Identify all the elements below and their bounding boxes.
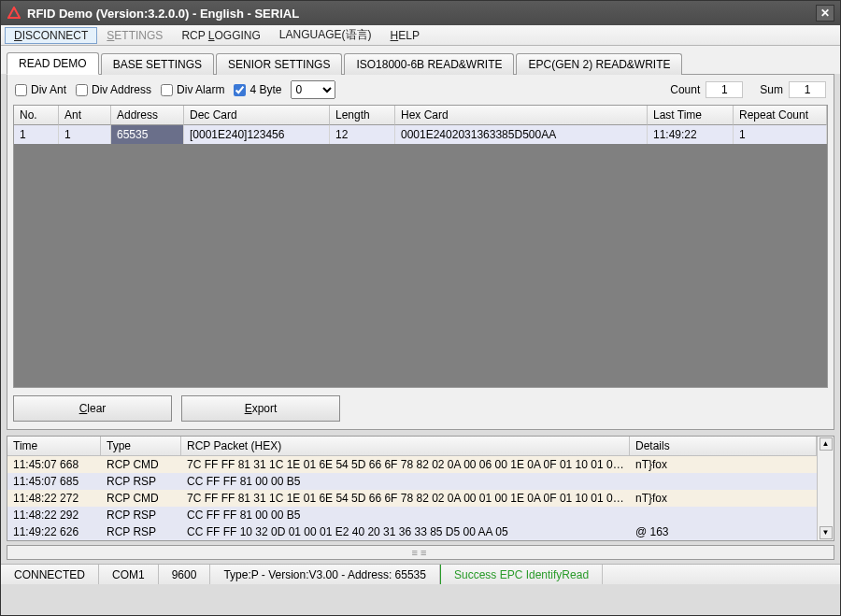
menu-language[interactable]: LANGUAGE(语言) [270,25,381,45]
export-button[interactable]: ExportExport [181,395,340,422]
svg-marker-0 [8,7,20,18]
col-dec-card[interactable]: Dec Card [184,106,330,125]
divaddress-checkbox[interactable]: Div Address [76,83,151,96]
log-col-details[interactable]: Details [630,437,817,455]
log-cell-time: 11:45:07 685 [7,473,101,490]
cell-hex: 0001E2402031363385D500AA [395,125,648,144]
log-scrollbar[interactable]: ▲ ▼ [817,437,834,540]
log-panel: Time Type RCP Packet (HEX) Details 11:45… [7,436,834,541]
log-row[interactable]: 11:48:22 292RCP RSPCC FF FF 81 00 00 B5 [7,507,817,523]
col-address[interactable]: Address [111,106,184,125]
status-baud: 9600 [159,565,211,584]
log-cell-type: RCP RSP [101,507,181,523]
byte-select[interactable]: 0 [291,80,335,99]
divalarm-checkbox[interactable]: Div Alarm [161,83,224,96]
log-row[interactable]: 11:49:22 626RCP RSPCC FF FF 10 32 0D 01 … [7,523,817,540]
grid-header: No. Ant Address Dec Card Length Hex Card… [14,106,827,125]
tab-base-settings[interactable]: BASE SETTINGS [101,53,214,75]
count-value: 1 [706,81,743,98]
divant-checkbox[interactable]: Div Ant [15,83,66,96]
horizontal-scrollbar[interactable]: ≡≡ [7,545,834,560]
col-length[interactable]: Length [330,106,395,125]
count-label: Count [670,83,700,96]
log-cell-packet: CC FF FF 81 00 00 B5 [181,473,630,490]
cell-dec: [0001E240]123456 [184,125,330,144]
menu-settings[interactable]: SETTINGSSETTINGS [97,27,172,44]
log-row[interactable]: 11:45:07 668RCP CMD7C FF FF 81 31 1C 1E … [7,456,817,473]
sum-value: 1 [789,81,826,98]
options-row: Div Ant Div Address Div Alarm 4 Byte 0 C… [7,75,834,105]
tabstrip: READ DEMO BASE SETTINGS SENIOR SETTINGS … [1,46,840,74]
4byte-checkbox[interactable]: 4 Byte [234,83,281,96]
menu-rcp-logging[interactable]: RCP LOGGINGRCP LOGGING [172,27,269,44]
menubar: DDISCONNECTISCONNECT SETTINGSSETTINGS RC… [1,25,840,46]
menu-help[interactable]: HELPHELP [381,27,429,44]
status-connected: CONNECTED [1,565,99,584]
col-last-time[interactable]: Last Time [648,106,734,125]
col-ant[interactable]: Ant [59,106,111,125]
tab-read-demo[interactable]: READ DEMO [7,52,99,75]
log-cell-details [630,473,817,490]
app-icon [7,6,21,21]
log-col-packet[interactable]: RCP Packet (HEX) [181,437,630,455]
table-row[interactable]: 1 1 65535 [0001E240]123456 12 0001E24020… [14,125,827,144]
cell-length: 12 [330,125,395,144]
log-row[interactable]: 11:45:07 685RCP RSPCC FF FF 81 00 00 B5 [7,473,817,490]
menu-disconnect[interactable]: DDISCONNECTISCONNECT [5,27,97,44]
cell-no: 1 [14,125,59,144]
col-hex-card[interactable]: Hex Card [395,106,648,125]
tab-iso18000[interactable]: ISO18000-6B READ&WRITE [344,53,514,75]
log-cell-details: @ 163 [630,523,817,540]
log-cell-packet: CC FF FF 81 00 00 B5 [181,507,630,523]
log-cell-time: 11:48:22 272 [7,490,101,507]
status-version: Type:P - Version:V3.00 - Address: 65535 [210,565,440,584]
log-cell-time: 11:45:07 668 [7,456,101,473]
log-cell-time: 11:49:22 626 [7,523,101,540]
log-row[interactable]: 11:48:22 272RCP CMD7C FF FF 81 31 1C 1E … [7,490,817,507]
button-row: ClearClear ExportExport [7,388,834,429]
cell-repeat: 1 [734,125,827,144]
titlebar: RFID Demo (Version:3.2.0.0) - English - … [1,1,840,25]
scroll-up-icon[interactable]: ▲ [820,437,833,451]
scroll-grip-icon: ≡≡ [412,547,430,558]
col-no[interactable]: No. [14,106,59,125]
status-port: COM1 [99,565,159,584]
statusbar: CONNECTED COM1 9600 Type:P - Version:V3.… [1,564,840,584]
col-repeat-count[interactable]: Repeat Count [734,106,827,125]
log-col-time[interactable]: Time [7,437,101,455]
result-grid[interactable]: No. Ant Address Dec Card Length Hex Card… [13,105,828,388]
log-cell-details [630,507,817,523]
read-demo-pane: Div Ant Div Address Div Alarm 4 Byte 0 C… [7,74,834,430]
log-cell-packet: 7C FF FF 81 31 1C 1E 01 6E 54 5D 66 6F 7… [181,490,630,507]
log-header: Time Type RCP Packet (HEX) Details [7,437,817,456]
log-cell-type: RCP RSP [101,473,181,490]
log-cell-details: nT}fox [630,490,817,507]
log-cell-details: nT}fox [630,456,817,473]
close-button[interactable]: ✕ [816,5,834,21]
log-cell-type: RCP CMD [101,456,181,473]
clear-button[interactable]: ClearClear [13,395,172,422]
log-cell-packet: CC FF FF 10 32 0D 01 00 01 E2 40 20 31 3… [181,523,630,540]
sum-label: Sum [760,83,783,96]
scroll-down-icon[interactable]: ▼ [820,526,833,539]
log-cell-type: RCP CMD [101,490,181,507]
window-title: RFID Demo (Version:3.2.0.0) - English - … [27,7,816,21]
cell-ant: 1 [59,125,111,144]
log-cell-packet: 7C FF FF 81 31 1C 1E 01 6E 54 5D 66 6F 7… [181,456,630,473]
grid-body: 1 1 65535 [0001E240]123456 12 0001E24020… [14,125,827,387]
log-cell-type: RCP RSP [101,523,181,540]
tab-epc-gen2[interactable]: EPC(GEN 2) READ&WRITE [516,53,682,75]
log-cell-time: 11:48:22 292 [7,507,101,523]
log-col-type[interactable]: Type [101,437,181,455]
cell-address: 65535 [111,125,184,144]
status-success: Success EPC IdentifyRead [440,565,603,584]
cell-last-time: 11:49:22 [648,125,734,144]
tab-senior-settings[interactable]: SENIOR SETTINGS [216,53,342,75]
